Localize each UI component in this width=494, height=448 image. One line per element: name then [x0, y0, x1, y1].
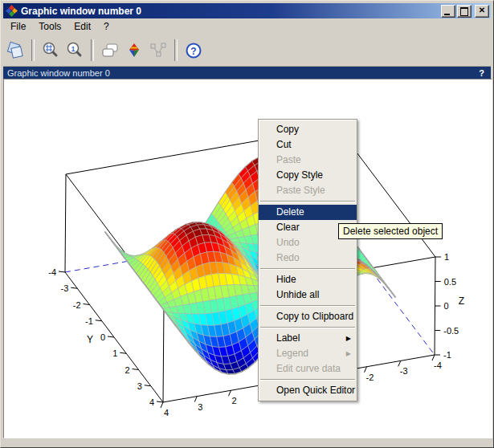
menu-item-edit-curve-data: Edit curve data	[259, 361, 357, 377]
svg-text:-4: -4	[434, 360, 442, 370]
menu-item-cut[interactable]: Cut	[259, 137, 357, 153]
svg-text:3: 3	[137, 381, 142, 391]
menu-item-hide[interactable]: Hide	[259, 272, 357, 287]
svg-text:3: 3	[198, 402, 202, 412]
context-menu: CopyCutPasteCopy StylePaste StyleDeleteC…	[258, 119, 357, 401]
menu-item-paste-style: Paste Style	[259, 183, 357, 198]
menu-item-label[interactable]: Label▶	[259, 331, 357, 346]
menu-separator	[259, 198, 357, 205]
menu-separator	[259, 377, 357, 383]
menu-item-copy-to-clipboard[interactable]: Copy to Clipboard	[259, 309, 357, 324]
svg-text:4: 4	[149, 397, 154, 407]
svg-text:-2: -2	[366, 373, 374, 382]
svg-text:-1: -1	[85, 316, 93, 326]
svg-text:-0.5: -0.5	[443, 326, 459, 336]
menu-item-delete[interactable]: Delete	[259, 205, 357, 220]
tooltip-text: Delete selected object	[343, 226, 438, 237]
graphic-window: Graphic window number 0 ✕ FileToolsEdit?…	[0, 0, 494, 448]
menu-item-legend: Legend▶	[259, 346, 357, 361]
menu-separator	[259, 303, 357, 309]
svg-text:-2: -2	[73, 300, 81, 310]
svg-text:2: 2	[125, 365, 129, 375]
menu-separator	[259, 266, 357, 272]
svg-text:0.5: 0.5	[444, 277, 456, 287]
submenu-arrow-icon: ▶	[346, 346, 351, 361]
submenu-arrow-icon: ▶	[346, 331, 351, 346]
svg-text:2: 2	[231, 396, 236, 405]
svg-text:Y: Y	[87, 334, 93, 345]
svg-text:-1: -1	[443, 350, 451, 360]
svg-text:0: 0	[100, 332, 105, 342]
svg-text:-3: -3	[60, 283, 68, 293]
menu-item-paste: Paste	[259, 153, 357, 168]
menu-item-copy[interactable]: Copy	[259, 122, 357, 137]
menu-item-unhide-all[interactable]: Unhide all	[259, 287, 357, 303]
menu-item-copy-style[interactable]: Copy Style	[259, 168, 357, 183]
svg-text:-4: -4	[48, 267, 56, 277]
svg-text:Z: Z	[459, 295, 464, 307]
menu-item-open-quick-editor[interactable]: Open Quick Editor	[259, 383, 357, 398]
tooltip: Delete selected object	[338, 223, 443, 239]
svg-text:-3: -3	[400, 366, 408, 376]
svg-text:4: 4	[164, 408, 169, 417]
menu-item-redo: Redo	[259, 250, 357, 266]
svg-text:0: 0	[444, 301, 449, 311]
svg-text:1: 1	[444, 252, 449, 262]
svg-text:1: 1	[112, 348, 117, 358]
menu-separator	[259, 324, 357, 331]
